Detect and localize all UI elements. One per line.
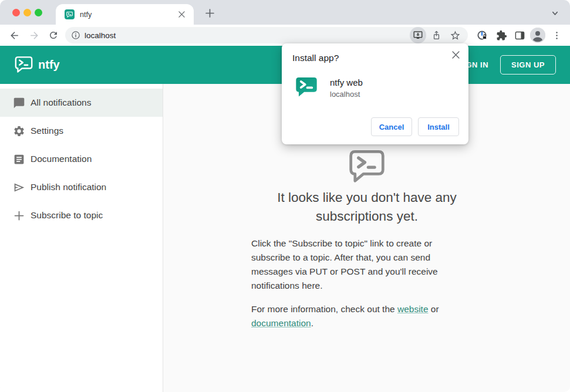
back-icon[interactable] xyxy=(7,28,21,42)
dialog-app-origin: localhost xyxy=(330,90,360,99)
tab-title: ntfy xyxy=(80,11,176,19)
article-icon xyxy=(13,153,25,165)
browser-menu-dots-icon[interactable] xyxy=(549,28,564,42)
url-text[interactable]: localhost xyxy=(85,31,410,40)
chat-icon xyxy=(13,97,25,109)
install-app-dialog: Install app? ntfy web localhost Cancel I… xyxy=(282,43,468,144)
sidebar-item-all-notifications[interactable]: All notifications xyxy=(0,89,163,117)
empty-state-title: It looks like you don't have any subscri… xyxy=(251,188,483,226)
new-tab-button[interactable] xyxy=(203,6,216,19)
browser-toolbar: localhost xyxy=(0,25,570,46)
address-bar[interactable]: localhost xyxy=(65,27,468,43)
cancel-button[interactable]: Cancel xyxy=(371,117,412,136)
empty-state-paragraph: Click the "Subscribe to topic" link to c… xyxy=(251,236,483,293)
gear-icon xyxy=(13,125,25,137)
maximize-window-button[interactable] xyxy=(35,9,42,16)
more-info-or: or xyxy=(429,304,439,314)
share-icon[interactable] xyxy=(429,28,443,42)
website-link[interactable]: website xyxy=(397,304,429,314)
browser-tab[interactable]: ntfy xyxy=(56,4,194,25)
brand-title: ntfy xyxy=(38,58,60,72)
sidebar-item-label: Subscribe to topic xyxy=(31,210,103,221)
sidebar-item-label: All notifications xyxy=(31,97,91,108)
sidebar-item-label: Publish notification xyxy=(31,182,106,192)
bookmark-star-icon[interactable] xyxy=(448,28,462,42)
send-icon xyxy=(13,181,25,194)
dialog-close-icon[interactable] xyxy=(450,49,461,60)
profile-avatar[interactable] xyxy=(530,28,545,43)
sidebar-item-settings[interactable]: Settings xyxy=(0,117,163,145)
side-panel-icon[interactable] xyxy=(512,28,527,42)
close-window-button[interactable] xyxy=(12,9,20,16)
more-info-paragraph: For more information, check out the webs… xyxy=(251,302,483,330)
install-app-icon[interactable] xyxy=(410,27,426,43)
sidebar-item-publish-notification[interactable]: Publish notification xyxy=(0,173,163,201)
tab-search-chevron-icon[interactable] xyxy=(549,8,560,18)
browser-window: ntfy localhost xyxy=(0,0,570,392)
plus-icon xyxy=(13,209,25,222)
extensions-puzzle-icon[interactable] xyxy=(494,28,508,42)
ntfy-empty-state-logo-icon xyxy=(349,150,385,184)
sidebar-item-label: Settings xyxy=(31,126,63,136)
documentation-link[interactable]: documentation xyxy=(251,318,311,328)
sign-up-button[interactable]: SIGN UP xyxy=(500,55,556,75)
ntfy-app-icon xyxy=(295,76,318,99)
install-button[interactable]: Install xyxy=(418,117,459,136)
tab-close-icon[interactable] xyxy=(176,9,187,20)
ntfy-favicon-icon xyxy=(65,9,75,19)
extension-privacy-icon[interactable] xyxy=(475,28,489,42)
dialog-title: Install app? xyxy=(292,53,339,63)
sidebar-item-label: Documentation xyxy=(31,154,92,164)
minimize-window-button[interactable] xyxy=(23,9,31,16)
ntfy-logo-icon xyxy=(15,56,33,73)
tab-strip: ntfy xyxy=(0,0,570,25)
site-info-icon[interactable] xyxy=(70,30,81,40)
sidebar: All notifications Settings Documentation… xyxy=(0,84,163,392)
sidebar-item-documentation[interactable]: Documentation xyxy=(0,145,163,173)
sidebar-item-subscribe-to-topic[interactable]: Subscribe to topic xyxy=(0,201,163,229)
more-info-prefix: For more information, check out the xyxy=(251,304,397,314)
forward-icon[interactable] xyxy=(27,28,41,42)
reload-icon[interactable] xyxy=(46,28,60,42)
dialog-app-name: ntfy web xyxy=(330,77,363,87)
more-info-period: . xyxy=(311,318,313,328)
